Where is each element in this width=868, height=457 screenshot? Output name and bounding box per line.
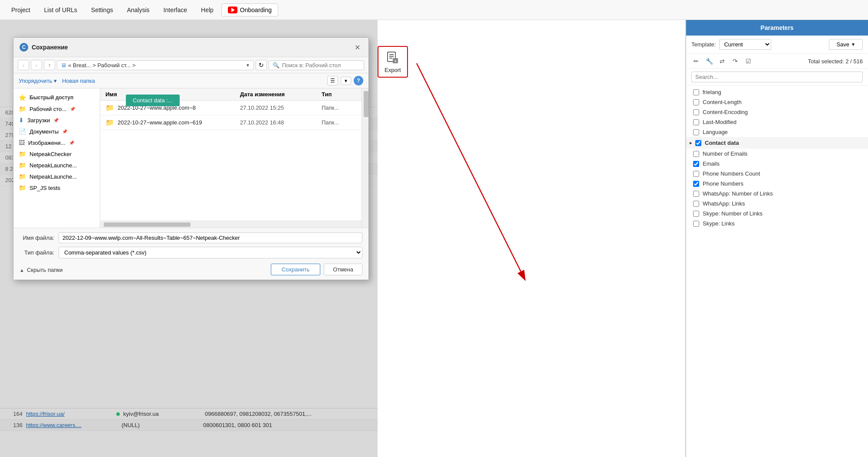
menu-project[interactable]: Project <box>5 4 36 16</box>
downloads-icon: ⬇ <box>19 117 24 124</box>
filetype-select[interactable]: Comma-separated values (*.csv) <box>59 247 362 258</box>
path-breadcrumb: 🖥 « Breat... > Рабочий ст... > ▼ <box>57 60 254 70</box>
param-phone-numbers[interactable]: Phone Numbers <box>686 179 868 189</box>
save-dialog: C Сохранение ✕ ‹ › ↑ 🖥 « Breat... > Рабо… <box>13 37 369 280</box>
param-skype-links-num[interactable]: Skype: Number of Links <box>686 209 868 219</box>
organize-button[interactable]: Упорядочить ▾ <box>19 78 57 84</box>
check-icon[interactable]: ☑ <box>743 56 753 66</box>
onboarding-button[interactable]: Onboarding <box>221 3 278 16</box>
horizontal-scrollbar[interactable] <box>100 221 362 228</box>
param-label: Language <box>703 129 728 135</box>
file-folder-icon: 📁 <box>105 104 114 112</box>
right-panel: Parameters Template: Current Save ▼ ✏ 🔧 … <box>686 20 868 457</box>
sidebar-desktop-label: Рабочий сто... <box>30 106 66 112</box>
dialog-close-button[interactable]: ✕ <box>352 42 362 52</box>
sidebar-item-sp-js-tests[interactable]: 📁 SP_JS tests <box>13 182 100 193</box>
nav-forward-button[interactable]: › <box>31 60 42 70</box>
folder-icon: 📁 <box>19 105 26 112</box>
header-date[interactable]: Дата изменения <box>240 91 318 98</box>
param-checkbox[interactable] <box>693 129 699 135</box>
param-checkbox[interactable] <box>693 119 699 125</box>
folder-icon: 📁 <box>19 150 26 157</box>
footer-buttons: Сохранить Отмена <box>271 264 362 275</box>
sidebar-item-desktop[interactable]: 📁 Рабочий сто... 📌 <box>13 103 100 114</box>
template-select[interactable]: Current <box>719 39 771 50</box>
file-row-2[interactable]: 📁 2022-10-27~www.apple.com~619 27.10.202… <box>100 115 362 130</box>
param-checkbox[interactable] <box>693 191 699 197</box>
help-button[interactable]: ? <box>354 76 363 85</box>
doc-icon: 📄 <box>19 128 26 135</box>
param-label: Phone Numbers <box>703 180 743 187</box>
filename-input[interactable] <box>59 232 362 243</box>
edit-icon[interactable]: ✏ <box>691 56 701 66</box>
param-whatsapp-links[interactable]: WhatsApp: Links <box>686 199 868 209</box>
param-checkbox[interactable] <box>693 99 699 105</box>
params-search-input[interactable] <box>691 72 863 82</box>
path-dropdown-arrow[interactable]: ▼ <box>246 63 250 68</box>
save-button[interactable]: Сохранить <box>271 264 321 275</box>
sidebar-item-netpeak-checker[interactable]: 📁 NetpeakChecker <box>13 148 100 160</box>
parameters-header: Parameters <box>686 20 868 36</box>
param-checkbox[interactable] <box>693 151 699 157</box>
param-checkbox[interactable] <box>693 201 699 207</box>
param-content-encoding[interactable]: Content-Encoding <box>686 107 868 117</box>
param-skype-links[interactable]: Skype: Links <box>686 219 868 228</box>
param-checkbox[interactable] <box>693 109 699 115</box>
menu-help[interactable]: Help <box>195 4 220 16</box>
menu-interface[interactable]: Interface <box>158 4 193 16</box>
sidebar-item-images[interactable]: 🖼 Изображени... 📌 <box>13 137 100 148</box>
menu-settings[interactable]: Settings <box>85 4 119 16</box>
param-label: Content-Encoding <box>703 109 748 115</box>
hide-folders-row[interactable]: ▲ Скрыть папки <box>20 264 62 273</box>
vertical-scrollbar[interactable] <box>362 88 368 228</box>
param-checkbox[interactable] <box>693 211 699 217</box>
export-button[interactable]: x Export <box>378 46 408 78</box>
menu-analysis[interactable]: Analysis <box>121 4 155 16</box>
param-whatsapp-links-num[interactable]: WhatsApp: Number of Links <box>686 189 868 199</box>
nav-back-button[interactable]: ‹ <box>18 60 29 70</box>
wrench-icon[interactable]: 🔧 <box>704 56 714 66</box>
pin-icon: 📌 <box>62 129 67 134</box>
file-date: 27.10.2022 15:25 <box>240 104 318 111</box>
filename-row: Имя файла: <box>20 232 362 243</box>
dialog-search-input[interactable] <box>282 62 352 69</box>
param-phone-numbers-count[interactable]: Phone Numbers Count <box>686 169 868 179</box>
template-row: Template: Current Save ▼ <box>686 36 868 54</box>
view-list-button[interactable]: ☰ <box>327 76 338 85</box>
transfer-icon[interactable]: ⇄ <box>717 56 727 66</box>
param-checkbox[interactable] <box>693 171 699 177</box>
view-options-arrow[interactable]: ▼ <box>341 77 351 85</box>
redo-icon[interactable]: ↷ <box>730 56 740 66</box>
scrollbar-thumb[interactable] <box>364 91 368 117</box>
param-checkbox[interactable] <box>693 221 699 227</box>
param-language[interactable]: Language <box>686 127 868 137</box>
param-checkbox[interactable] <box>693 89 699 95</box>
param-checkbox[interactable] <box>693 161 699 167</box>
param-group-contact-data[interactable]: ▸ Contact data <box>686 137 868 149</box>
sidebar-item-downloads[interactable]: ⬇ Загрузки 📌 <box>13 114 100 126</box>
param-checkbox[interactable] <box>693 181 699 187</box>
hscroll-thumb[interactable] <box>104 222 191 227</box>
folder-icon: 📁 <box>19 173 26 180</box>
menu-list-of-urls[interactable]: List of URLs <box>38 4 83 16</box>
param-checkbox[interactable] <box>695 140 701 146</box>
export-label: Export <box>385 67 401 73</box>
sidebar-item-documents[interactable]: 📄 Документы 📌 <box>13 126 100 137</box>
param-num-emails[interactable]: Number of Emails <box>686 149 868 159</box>
contact-data-bar: Contact data :... <box>126 95 180 106</box>
nav-up-button[interactable]: ↑ <box>44 60 55 70</box>
header-type[interactable]: Тип <box>322 91 356 98</box>
cancel-button[interactable]: Отмена <box>324 264 362 275</box>
param-frielang[interactable]: frielang <box>686 87 868 97</box>
param-last-modified[interactable]: Last-Modified <box>686 117 868 127</box>
sidebar-item-netpeak-launcher2[interactable]: 📁 NetpeakLaunche... <box>13 171 100 182</box>
refresh-button[interactable]: ↻ <box>256 60 267 70</box>
param-label: Phone Numbers Count <box>703 170 760 177</box>
save-template-button[interactable]: Save ▼ <box>829 39 863 50</box>
save-dropdown-arrow: ▼ <box>851 42 855 47</box>
param-content-length[interactable]: Content-Length <box>686 97 868 107</box>
sidebar-item-netpeak-launcher1[interactable]: 📁 NetpeakLaunche... <box>13 160 100 171</box>
param-emails[interactable]: Emails <box>686 159 868 169</box>
new-folder-button[interactable]: Новая папка <box>62 78 95 84</box>
sidebar-netpeak-launcher1-label: NetpeakLaunche... <box>30 162 77 169</box>
